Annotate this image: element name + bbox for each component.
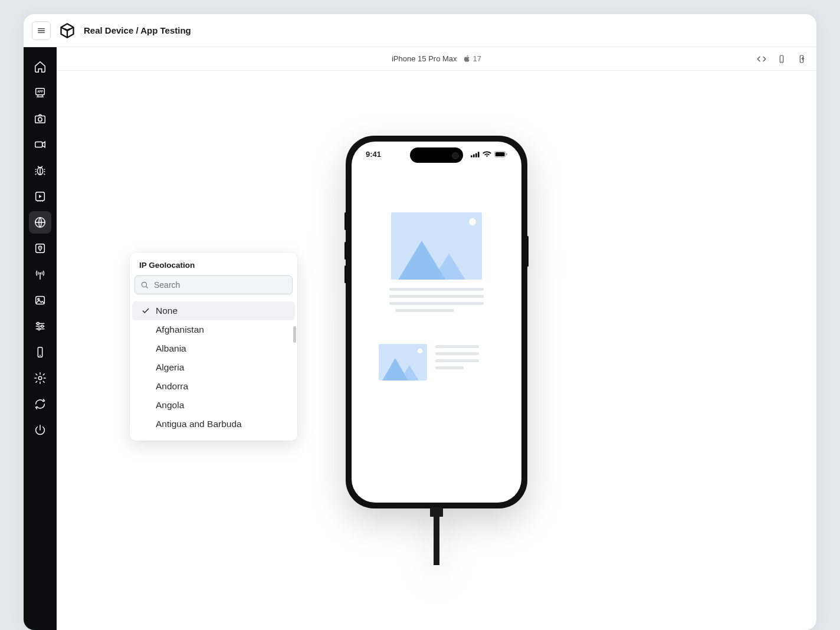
placeholder-image-small: [379, 344, 427, 380]
svg-rect-33: [496, 152, 505, 156]
cellular-icon: [471, 152, 480, 158]
country-list: None Afghanistan Albania Algeria Andorra…: [130, 299, 297, 441]
svg-point-13: [40, 273, 41, 274]
sidebar-item-settings[interactable]: [29, 367, 51, 389]
logo-icon: [59, 22, 76, 39]
bug-icon: [34, 164, 47, 177]
app-window: Real Device / App Testing APP iPhone 15 …: [24, 14, 816, 630]
status-signals: [471, 150, 507, 159]
country-option[interactable]: Angola: [132, 396, 295, 415]
country-label: Angola: [156, 400, 184, 411]
country-option[interactable]: Antigua and Barbuda: [132, 415, 295, 434]
search-input[interactable]: [134, 275, 293, 294]
sidebar-item-device[interactable]: [29, 341, 51, 363]
status-time: 9:41: [366, 150, 381, 159]
sidebar-item-power[interactable]: [29, 419, 51, 441]
svg-point-24: [38, 376, 42, 380]
rotate-device-icon: [777, 54, 786, 64]
battery-icon: [494, 151, 507, 158]
body: APP iPhone 15 Pro Max 17: [24, 47, 816, 630]
share-device-icon: [797, 54, 806, 64]
country-label: None: [156, 306, 178, 316]
placeholder-text: [374, 288, 499, 312]
scrollbar-thumb[interactable]: [293, 326, 296, 343]
sidebar-item-bug[interactable]: [29, 159, 51, 182]
video-icon: [34, 138, 47, 151]
status-bar: 9:41: [352, 150, 521, 159]
device-label: iPhone 15 Pro Max 17: [392, 54, 481, 63]
device-bar: iPhone 15 Pro Max 17: [57, 47, 816, 71]
sidebar-item-camera[interactable]: [29, 107, 51, 130]
device-screen[interactable]: 9:41: [352, 142, 521, 503]
sync-icon: [34, 398, 47, 411]
sidebar-item-playback[interactable]: [29, 185, 51, 208]
sidebar-item-app[interactable]: APP: [29, 81, 51, 104]
devtools-button[interactable]: [755, 52, 768, 65]
country-label: Algeria: [156, 362, 184, 373]
device-icon: [34, 346, 47, 359]
share-button[interactable]: [795, 52, 808, 65]
svg-point-19: [37, 323, 40, 325]
popover-title: IP Geolocation: [130, 252, 297, 275]
map-pin-icon: [34, 242, 47, 255]
play-icon: [34, 190, 47, 203]
country-label: Andorra: [156, 381, 188, 392]
globe-icon: [34, 216, 47, 229]
search-field: [134, 275, 293, 294]
sidebar-item-geolocation[interactable]: [29, 211, 51, 234]
rotate-button[interactable]: [775, 52, 788, 65]
wifi-icon: [483, 151, 491, 158]
svg-text:APP: APP: [37, 90, 42, 93]
svg-rect-5: [35, 116, 45, 123]
country-label: Antigua and Barbuda: [156, 419, 242, 429]
svg-line-36: [146, 287, 148, 288]
apple-icon: [463, 55, 471, 63]
country-option[interactable]: Andorra: [132, 377, 295, 396]
sidebar-item-network[interactable]: [29, 263, 51, 286]
svg-rect-7: [35, 142, 42, 147]
camera-icon: [34, 112, 47, 125]
svg-rect-31: [478, 152, 480, 158]
power-icon: [34, 424, 47, 437]
country-option[interactable]: Algeria: [132, 358, 295, 377]
country-option[interactable]: Albania: [132, 339, 295, 358]
svg-rect-14: [36, 297, 45, 304]
check-icon: [140, 307, 151, 315]
placeholder-image-large: [391, 212, 482, 280]
country-option[interactable]: Afghanistan: [132, 320, 295, 339]
device-name: iPhone 15 Pro Max: [392, 54, 457, 63]
menu-button[interactable]: [32, 21, 51, 40]
country-label: Afghanistan: [156, 324, 204, 335]
svg-point-21: [38, 328, 40, 330]
sidebar-item-map[interactable]: [29, 237, 51, 260]
code-icon: [756, 54, 767, 64]
device-actions: [755, 52, 808, 65]
home-icon: [34, 60, 47, 73]
sidebar-item-image[interactable]: [29, 289, 51, 311]
page-title: Real Device / App Testing: [84, 25, 191, 35]
gear-icon: [34, 372, 47, 385]
sidebar-item-home[interactable]: [29, 55, 51, 78]
country-label: Albania: [156, 343, 186, 354]
phone-mockup: 9:41: [346, 136, 527, 508]
svg-rect-29: [473, 154, 475, 157]
os-version: 17: [473, 54, 481, 63]
sidebar-item-sliders[interactable]: [29, 315, 51, 337]
country-option-none[interactable]: None: [132, 301, 295, 320]
sidebar-item-video[interactable]: [29, 133, 51, 156]
placeholder-text-small: [435, 344, 494, 380]
sidebar: APP: [24, 47, 57, 630]
search-icon: [140, 281, 149, 289]
sliders-icon: [34, 320, 47, 333]
menu-icon: [37, 26, 46, 35]
header: Real Device / App Testing: [24, 14, 816, 47]
cable: [434, 508, 439, 565]
svg-point-12: [40, 247, 41, 248]
svg-rect-34: [506, 153, 507, 156]
main: iPhone 15 Pro Max 17: [57, 47, 816, 630]
antenna-icon: [34, 268, 47, 281]
svg-rect-30: [475, 153, 477, 157]
geolocation-popover: IP Geolocation None Afghanistan Albania …: [130, 252, 297, 441]
image-icon: [34, 294, 47, 307]
sidebar-item-sync[interactable]: [29, 393, 51, 415]
